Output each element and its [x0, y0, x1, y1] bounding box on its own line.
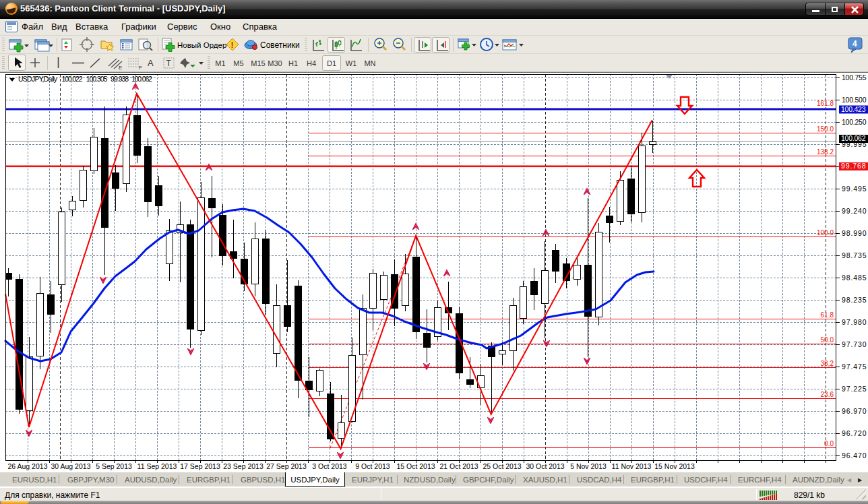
svg-text:T: T — [166, 59, 172, 68]
svg-text:0.0: 0.0 — [824, 440, 834, 447]
svg-text:H1: H1 — [288, 59, 298, 67]
svg-text:100.500: 100.500 — [842, 96, 867, 104]
svg-text:100.755: 100.755 — [842, 73, 867, 82]
svg-text:97.225: 97.225 — [842, 385, 867, 393]
svg-text:100.0: 100.0 — [817, 229, 834, 237]
svg-text:17 Sep 2013: 17 Sep 2013 — [180, 462, 220, 470]
svg-text:150.0: 150.0 — [817, 125, 834, 133]
svg-text:99.240: 99.240 — [842, 207, 867, 215]
svg-text:27 Sep 2013: 27 Sep 2013 — [266, 462, 307, 470]
svg-text:F: F — [139, 65, 142, 71]
svg-text:E: E — [119, 65, 122, 71]
svg-text:99.938: 99.938 — [111, 75, 129, 83]
svg-text:30 Aug 2013: 30 Aug 2013 — [51, 462, 91, 470]
svg-text:97.980: 97.980 — [842, 318, 867, 326]
svg-text:96.470: 96.470 — [842, 451, 867, 460]
svg-text:Новый Ордер: Новый Ордер — [177, 41, 226, 49]
svg-text:15 Nov 2013: 15 Nov 2013 — [654, 462, 695, 470]
svg-text:26 Aug 2013: 26 Aug 2013 — [8, 462, 48, 470]
svg-text:30 Oct 2013: 30 Oct 2013 — [526, 462, 564, 470]
svg-text:100.250: 100.250 — [842, 118, 867, 126]
svg-text:M5: M5 — [233, 59, 243, 67]
svg-text:38.2: 38.2 — [821, 360, 834, 367]
svg-text:5 Nov 2013: 5 Nov 2013 — [570, 462, 607, 470]
svg-text:100.062: 100.062 — [841, 134, 866, 142]
svg-text:100.305: 100.305 — [86, 75, 108, 83]
svg-text:15 Oct 2013: 15 Oct 2013 — [396, 462, 435, 470]
svg-text:99.768: 99.768 — [841, 162, 866, 170]
svg-text:D1: D1 — [327, 59, 336, 67]
svg-text:MN: MN — [364, 59, 375, 67]
svg-text:97.475: 97.475 — [842, 363, 867, 371]
svg-text:97.730: 97.730 — [842, 340, 867, 348]
svg-text:100.022: 100.022 — [62, 75, 83, 83]
svg-text:98.235: 98.235 — [842, 296, 867, 304]
svg-text:M15: M15 — [251, 59, 265, 67]
svg-text:W1: W1 — [346, 59, 357, 67]
svg-text:M1: M1 — [215, 59, 225, 67]
svg-text:61.8: 61.8 — [821, 311, 834, 319]
svg-text:3 Oct 2013: 3 Oct 2013 — [312, 462, 347, 470]
svg-text:98.990: 98.990 — [842, 229, 867, 237]
svg-text:100.423: 100.423 — [841, 105, 866, 113]
svg-text:23 Sep 2013: 23 Sep 2013 — [223, 462, 264, 470]
svg-text:Советники: Советники — [260, 40, 300, 50]
svg-text:98.735: 98.735 — [842, 251, 867, 259]
svg-text:21 Oct 2013: 21 Oct 2013 — [439, 462, 478, 470]
svg-text:161.8: 161.8 — [817, 100, 834, 107]
svg-text:100.062: 100.062 — [131, 75, 152, 83]
svg-text:11 Nov 2013: 11 Nov 2013 — [612, 462, 652, 470]
svg-text:96.720: 96.720 — [842, 429, 867, 437]
svg-text:23.6: 23.6 — [821, 391, 834, 398]
svg-text:99.495: 99.495 — [842, 185, 867, 193]
svg-text:4: 4 — [852, 39, 857, 49]
svg-text:25 Oct 2013: 25 Oct 2013 — [483, 462, 521, 470]
svg-text:!: ! — [231, 40, 234, 50]
svg-text:M30: M30 — [268, 59, 282, 67]
svg-text:A: A — [148, 58, 154, 68]
svg-text:9 Oct 2013: 9 Oct 2013 — [355, 462, 390, 470]
svg-text:50.0: 50.0 — [821, 336, 834, 344]
svg-text:5 Sep 2013: 5 Sep 2013 — [96, 462, 132, 470]
svg-text:138.2: 138.2 — [817, 148, 834, 156]
svg-text:USDJPY,Daily: USDJPY,Daily — [18, 75, 58, 83]
svg-text:11 Sep 2013: 11 Sep 2013 — [137, 462, 177, 470]
svg-text:H4: H4 — [307, 59, 316, 67]
svg-text:96.970: 96.970 — [842, 407, 867, 415]
svg-text:98.485: 98.485 — [842, 274, 867, 282]
